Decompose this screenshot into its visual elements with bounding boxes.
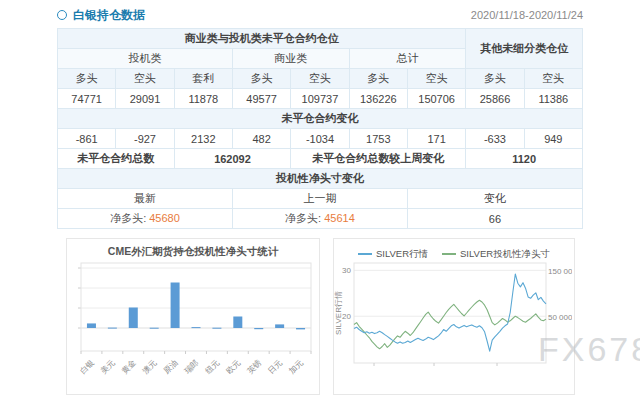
bullet-circle-icon <box>57 10 67 20</box>
svg-text:美元: 美元 <box>99 358 117 376</box>
report-header: 白银持仓数据 2020/11/18-2020/11/24 <box>57 6 583 24</box>
net-header-prev: 上一期 <box>232 189 407 209</box>
change-cell: 1753 <box>349 129 407 149</box>
net-change-value: 66 <box>407 209 582 229</box>
oi-cell: 49577 <box>232 89 290 109</box>
change-cell: 949 <box>524 129 582 149</box>
total-oi-label: 未平仓合约总数 <box>58 149 175 169</box>
svg-text:瑞郎: 瑞郎 <box>183 358 201 376</box>
change-cell: -861 <box>58 129 116 149</box>
cat-speculative: 投机类 <box>58 49 233 69</box>
oi-cell: 150706 <box>407 89 465 109</box>
cat-total: 总计 <box>349 49 466 69</box>
svg-text:白银: 白银 <box>78 358 96 376</box>
svg-text:SILVER行情: SILVER行情 <box>334 291 343 335</box>
total-change-label: 未平仓合约总数较上周变化 <box>291 149 466 169</box>
oi-cell: 29091 <box>116 89 174 109</box>
net-prev-cell: 净多头: 45614 <box>232 209 407 229</box>
col-header: 套利 <box>174 69 232 89</box>
svg-text:日元: 日元 <box>266 358 284 376</box>
change-cell: -1034 <box>291 129 349 149</box>
line-chart: 3020150 00050 000SILVER行情 <box>334 261 572 383</box>
column-header-row: 多头 空头 套利 多头 空头 多头 空头 多头 空头 <box>58 69 583 89</box>
total-oi-value: 162092 <box>174 149 291 169</box>
cat-commercial: 商业类 <box>232 49 349 69</box>
net-header-latest: 最新 <box>58 189 233 209</box>
col-header: 空头 <box>116 69 174 89</box>
change-cell: 482 <box>232 129 290 149</box>
svg-text:欧元: 欧元 <box>225 358 243 376</box>
page-title: 白银持仓数据 <box>73 7 145 24</box>
change-cell: -927 <box>116 129 174 149</box>
net-section-header: 投机性净头寸变化 <box>58 169 583 189</box>
change-section-header: 未平仓合约变化 <box>58 109 583 129</box>
open-interest-row: 74771 29091 11878 49577 109737 136226 15… <box>58 89 583 109</box>
oi-cell: 74771 <box>58 89 116 109</box>
line-chart-panel: SILVER行情 SILVER投机性净头寸 3020150 00050 000S… <box>333 238 575 395</box>
change-cell: -633 <box>466 129 524 149</box>
bar-chart-panel: CME外汇期货持仓投机性净头寸统计 白银美元黄金澳元原油瑞郎纽元欧元英镑日元加元 <box>66 238 320 395</box>
bar-chart: 白银美元黄金澳元原油瑞郎纽元欧元英镑日元加元 <box>67 259 317 387</box>
col-header: 多头 <box>349 69 407 89</box>
legend-item-price: SILVER行情 <box>358 248 428 261</box>
col-header: 多头 <box>232 69 290 89</box>
svg-text:黄金: 黄金 <box>120 358 138 376</box>
oi-cell: 11878 <box>174 89 232 109</box>
svg-text:纽元: 纽元 <box>204 358 222 376</box>
positions-table: 商业类与投机类未平仓合约仓位 其他未细分类仓位 投机类 商业类 总计 多头 空头… <box>57 28 583 229</box>
total-change-value: 1120 <box>466 149 583 169</box>
oi-cell: 25866 <box>466 89 524 109</box>
change-cell: 171 <box>407 129 465 149</box>
net-values-row: 净多头: 45680 净多头: 45614 66 <box>58 209 583 229</box>
date-range: 2020/11/18-2020/11/24 <box>471 9 583 21</box>
legend-dash-blue-icon <box>358 253 372 255</box>
col-header: 多头 <box>58 69 116 89</box>
col-header: 空头 <box>407 69 465 89</box>
net-header-change: 变化 <box>407 189 582 209</box>
change-row: -861 -927 2132 482 -1034 1753 171 -633 9… <box>58 129 583 149</box>
legend-label-price: SILVER行情 <box>376 248 428 261</box>
net-header-row: 最新 上一期 变化 <box>58 189 583 209</box>
oi-cell: 109737 <box>291 89 349 109</box>
legend-item-netpos: SILVER投机性净头寸 <box>442 248 550 261</box>
bar-chart-title: CME外汇期货持仓投机性净头寸统计 <box>67 245 319 259</box>
svg-text:原油: 原油 <box>162 358 180 376</box>
net-prev-value: 45614 <box>324 212 355 224</box>
net-latest-value: 45680 <box>149 212 180 224</box>
line-chart-legend: SILVER行情 SILVER投机性净头寸 <box>334 247 574 261</box>
col-header: 空头 <box>291 69 349 89</box>
legend-dash-green-icon <box>442 253 456 255</box>
net-latest-label: 净多头: <box>110 212 146 224</box>
svg-text:30: 30 <box>342 266 351 275</box>
change-cell: 2132 <box>174 129 232 149</box>
svg-text:20: 20 <box>342 312 351 321</box>
legend-label-netpos: SILVER投机性净头寸 <box>460 248 550 261</box>
col-header: 空头 <box>524 69 582 89</box>
group-header-main: 商业类与投机类未平仓合约仓位 <box>58 29 466 49</box>
net-prev-label: 净多头: <box>285 212 321 224</box>
oi-cell: 11386 <box>524 89 582 109</box>
svg-text:澳元: 澳元 <box>141 358 159 376</box>
svg-text:英镑: 英镑 <box>245 358 263 376</box>
svg-text:50 000: 50 000 <box>548 313 572 322</box>
svg-text:加元: 加元 <box>287 358 305 376</box>
svg-text:150 000: 150 000 <box>548 267 572 276</box>
group-header-other: 其他未细分类仓位 <box>466 29 583 69</box>
oi-cell: 136226 <box>349 89 407 109</box>
net-latest-cell: 净多头: 45680 <box>58 209 233 229</box>
col-header: 多头 <box>466 69 524 89</box>
